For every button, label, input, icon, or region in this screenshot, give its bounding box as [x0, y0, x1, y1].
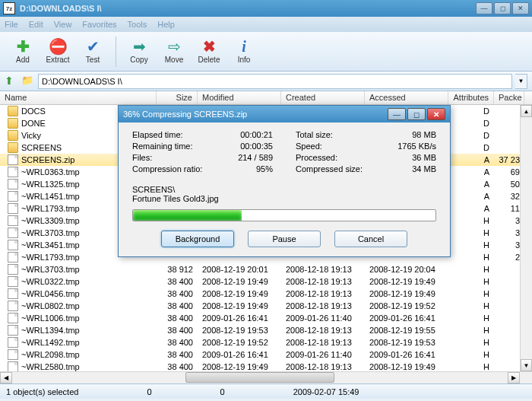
file-icon [8, 240, 18, 250]
scroll-down-icon[interactable]: ▼ [521, 359, 532, 371]
dialog-close-button[interactable]: ✕ [427, 108, 445, 120]
file-name: ~WRL1793.tmp [21, 253, 80, 262]
menu-help[interactable]: Help [157, 20, 175, 29]
file-icon [8, 179, 18, 189]
file-icon [8, 288, 18, 299]
file-name: ~WRL1325.tmp [21, 180, 80, 189]
file-icon [8, 228, 18, 238]
file-icon [8, 264, 18, 275]
info-button[interactable]: iInfo [227, 35, 261, 68]
dialog-maximize-button[interactable]: ◻ [407, 108, 426, 120]
col-attributes[interactable]: Attributes [448, 91, 494, 104]
folder-icon [8, 118, 18, 129]
col-modified[interactable]: Modified [198, 91, 281, 104]
copy-button[interactable]: ➡Copy [122, 35, 156, 68]
compress-dialog: 36% Compressing SCREENS.zip — ◻ ✕ Elapse… [118, 105, 451, 257]
processed-value: 36 MB [412, 153, 436, 164]
table-row[interactable]: ~WRL2580.tmp38 4002008-12-19 19:492008-1… [0, 361, 532, 371]
menu-file[interactable]: File [5, 20, 18, 29]
scroll-track[interactable] [12, 372, 508, 383]
move-icon: ⇨ [168, 39, 181, 54]
col-accessed[interactable]: Accessed [365, 91, 448, 104]
path-dropdown[interactable]: ▼ [515, 74, 527, 89]
file-name: SCREENS [21, 143, 62, 152]
add-button[interactable]: ✚Add [6, 35, 40, 68]
menu-edit[interactable]: Edit [29, 20, 43, 29]
window-title: D:\DOWNLOADS\S I\ [20, 4, 476, 13]
horizontal-scrollbar[interactable]: ◀ ▶ [0, 371, 532, 383]
table-row[interactable]: ~WRL0456.tmp38 4002008-12-19 19:492008-1… [0, 288, 532, 300]
cancel-button[interactable]: Cancel [334, 231, 407, 247]
table-row[interactable]: ~WRL2098.tmp38 4002009-01-26 16:412009-0… [0, 348, 532, 361]
table-row[interactable]: ~WRL1492.tmp38 4002008-12-19 19:522008-1… [0, 336, 532, 348]
file-name: ~WRL2098.tmp [21, 350, 80, 359]
status-col3: 0 [220, 387, 225, 396]
status-col2: 0 [147, 387, 151, 396]
scroll-left-icon[interactable]: ◀ [0, 372, 12, 383]
menu-favorites[interactable]: Favorites [82, 20, 116, 29]
test-icon: ✔ [87, 39, 100, 54]
path-input[interactable] [38, 74, 512, 89]
delete-button[interactable]: ✖Delete [192, 35, 226, 68]
total-value: 98 MB [412, 130, 436, 142]
background-button[interactable]: Background [161, 231, 234, 247]
vertical-scrollbar[interactable]: ▲ ▼ [520, 105, 532, 371]
menubar: File Edit View Favorites Tools Help [0, 17, 532, 32]
up-icon[interactable]: ⬆ [5, 75, 18, 88]
file-name: ~WRL2580.tmp [21, 362, 80, 371]
column-headers: Name Size Modified Created Accessed Attr… [0, 91, 532, 105]
copy-icon: ➡ [133, 39, 146, 54]
table-row[interactable]: ~WRL0802.tmp38 4002008-12-19 19:492008-1… [0, 300, 532, 312]
maximize-button[interactable]: ◻ [494, 2, 511, 14]
minimize-button[interactable]: — [476, 2, 492, 14]
file-icon [8, 313, 18, 323]
file-name: ~WRL1006.tmp [21, 313, 80, 323]
col-name[interactable]: Name [0, 91, 157, 104]
table-row[interactable]: ~WRL3703.tmp38 9122008-12-19 20:012008-1… [0, 263, 532, 275]
file-icon [8, 191, 18, 202]
folder-icon [8, 142, 18, 153]
folder-icon: 📁 [21, 75, 35, 88]
file-icon [8, 154, 18, 165]
pause-button[interactable]: Pause [248, 231, 321, 247]
scroll-right-icon[interactable]: ▶ [508, 372, 520, 383]
dialog-minimize-button[interactable]: — [388, 108, 406, 120]
files-value: 214 / 589 [238, 153, 273, 164]
menu-tools[interactable]: Tools [128, 20, 147, 29]
move-button[interactable]: ⇨Move [157, 35, 191, 68]
file-name: DOCS [21, 107, 46, 116]
compressed-value: 34 MB [412, 164, 436, 176]
col-packed[interactable]: Packe [494, 91, 524, 104]
progress-fill [133, 210, 242, 221]
table-row[interactable]: ~WRL0322.tmp38 4002008-12-19 19:492008-1… [0, 275, 532, 288]
extract-button[interactable]: ⛔Extract [41, 35, 74, 68]
info-icon: i [242, 39, 246, 54]
current-folder: SCREENS\ [132, 185, 436, 194]
file-name: ~WRL3451.tmp [21, 240, 80, 250]
file-icon [8, 167, 18, 177]
scroll-thumb[interactable] [185, 372, 334, 383]
processed-label: Processed: [296, 153, 337, 164]
dialog-title: 36% Compressing SCREENS.zip [123, 110, 388, 119]
remaining-label: Remaining time: [132, 142, 192, 153]
app-icon: 7z [3, 2, 15, 14]
total-label: Total size: [296, 130, 333, 142]
table-row[interactable]: ~WRL1394.tmp38 4002008-12-19 19:532008-1… [0, 324, 532, 336]
dialog-titlebar: 36% Compressing SCREENS.zip — ◻ ✕ [119, 106, 450, 123]
col-size[interactable]: Size [157, 91, 198, 104]
test-button[interactable]: ✔Test [76, 35, 109, 68]
col-created[interactable]: Created [281, 91, 365, 104]
ratio-label: Compression ratio: [132, 164, 202, 176]
file-name: ~WRL0802.tmp [21, 301, 80, 310]
file-icon [8, 276, 18, 287]
scroll-up-icon[interactable]: ▲ [521, 105, 532, 117]
progress-bar [132, 209, 436, 221]
file-icon [8, 361, 18, 371]
folder-icon [8, 106, 18, 116]
table-row[interactable]: ~WRL1006.tmp38 4002009-01-26 16:412009-0… [0, 312, 532, 324]
delete-icon: ✖ [203, 39, 216, 54]
close-button[interactable]: ✕ [512, 2, 529, 14]
file-name: ~WRL1394.tmp [21, 326, 80, 335]
menu-view[interactable]: View [54, 20, 72, 29]
file-name: SCREENS.zip [21, 155, 74, 164]
